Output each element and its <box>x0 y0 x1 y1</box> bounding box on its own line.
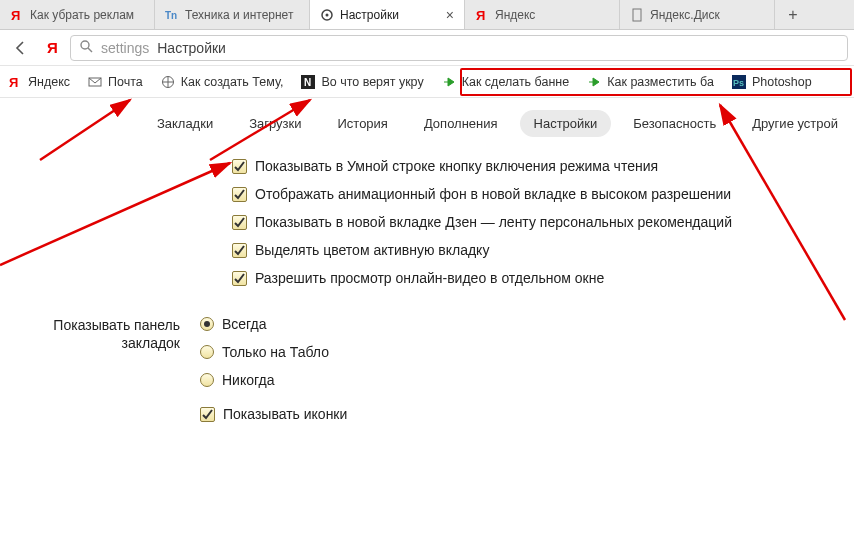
radio-icon[interactable] <box>200 345 214 359</box>
bookmark-photoshop[interactable]: Ps Photoshop <box>732 75 812 89</box>
nav-security[interactable]: Безопасность <box>619 110 730 137</box>
tabs-bar: Я Как убрать реклам Tn Техника и интерне… <box>0 0 854 30</box>
tn-icon: Tn <box>165 8 179 22</box>
bookmark-banner[interactable]: Как сделать банне <box>442 75 570 89</box>
ya-icon: Я <box>8 75 22 89</box>
bookmark-yandex[interactable]: Я Яндекс <box>8 75 70 89</box>
bookmark-label: Как создать Тему, <box>181 75 284 89</box>
bookmark-place[interactable]: Как разместить ба <box>587 75 714 89</box>
back-button[interactable] <box>6 33 36 63</box>
ya-icon: Я <box>475 8 489 22</box>
radio-icon[interactable] <box>200 317 214 331</box>
mail-icon <box>88 75 102 89</box>
bookmark-label: Во что верят укру <box>321 75 423 89</box>
tab-label: Яндекс.Диск <box>650 8 764 22</box>
tab-3[interactable]: Я Яндекс <box>465 0 620 29</box>
nav-settings[interactable]: Настройки <box>520 110 612 137</box>
doc-icon <box>630 8 644 22</box>
svg-text:Я: Я <box>476 8 485 22</box>
ya-icon: Я <box>10 8 24 22</box>
show-icons-option[interactable]: Показывать иконки <box>200 406 347 422</box>
bookmark-label: Как разместить ба <box>607 75 714 89</box>
bookmarks-bar: Я Яндекс Почта Как создать Тему, N Во чт… <box>0 66 854 98</box>
svg-point-7 <box>81 41 89 49</box>
checkbox-icon[interactable] <box>232 243 247 258</box>
svg-rect-5 <box>633 9 641 21</box>
tab-2[interactable]: Настройки × <box>310 0 465 29</box>
settings-content: Показывать в Умной строке кнопку включен… <box>0 148 854 422</box>
nav-history[interactable]: История <box>323 110 401 137</box>
new-tab-button[interactable]: + <box>775 0 811 29</box>
option-label: Показывать в новой вкладке Дзен — ленту … <box>255 214 732 230</box>
bookmark-n[interactable]: N Во что верят укру <box>301 75 423 89</box>
radio-tablo[interactable]: Только на Табло <box>200 344 347 360</box>
omnibox-keyword: settings <box>101 40 149 56</box>
bookmark-theme[interactable]: Как создать Тему, <box>161 75 284 89</box>
gear-icon <box>320 8 334 22</box>
radio-label: Только на Табло <box>222 344 329 360</box>
option-label: Разрешить просмотр онлайн-видео в отдель… <box>255 270 604 286</box>
section-title: Показывать панель закладок <box>0 316 200 422</box>
option-label: Выделять цветом активную вкладку <box>255 242 489 258</box>
nav-row: Я settings Настройки <box>0 30 854 66</box>
option-label: Показывать иконки <box>223 406 347 422</box>
bookmark-label: Почта <box>108 75 143 89</box>
ps-icon: Ps <box>732 75 746 89</box>
globe-icon <box>161 75 175 89</box>
tab-label: Настройки <box>340 8 436 22</box>
option-row[interactable]: Выделять цветом активную вкладку <box>232 242 854 258</box>
omnibox-title: Настройки <box>157 40 226 56</box>
tab-4[interactable]: Яндекс.Диск <box>620 0 775 29</box>
radio-label: Всегда <box>222 316 267 332</box>
tab-label: Как убрать реклам <box>30 8 144 22</box>
svg-text:Tn: Tn <box>165 10 177 21</box>
checkbox-icon[interactable] <box>232 159 247 174</box>
radio-always[interactable]: Всегда <box>200 316 347 332</box>
tab-0[interactable]: Я Как убрать реклам <box>0 0 155 29</box>
option-row[interactable]: Показывать в новой вкладке Дзен — ленту … <box>232 214 854 230</box>
svg-text:N: N <box>304 77 311 88</box>
nav-downloads[interactable]: Загрузки <box>235 110 315 137</box>
nav-bookmarks[interactable]: Закладки <box>143 110 227 137</box>
bookmark-label: Как сделать банне <box>462 75 570 89</box>
bookmark-mail[interactable]: Почта <box>88 75 143 89</box>
option-row[interactable]: Отображать анимационный фон в новой вкла… <box>232 186 854 202</box>
bookmarks-panel-section: Показывать панель закладок Всегда Только… <box>0 316 854 422</box>
checkbox-icon[interactable] <box>232 271 247 286</box>
bookmark-label: Яндекс <box>28 75 70 89</box>
svg-text:Я: Я <box>9 75 18 89</box>
checkbox-icon[interactable] <box>232 215 247 230</box>
tab-label: Техника и интернет <box>185 8 299 22</box>
settings-nav: Закладки Загрузки История Дополнения Нас… <box>0 98 854 148</box>
tab-label: Яндекс <box>495 8 609 22</box>
bookmark-label: Photoshop <box>752 75 812 89</box>
arrow-icon <box>442 75 456 89</box>
checkbox-icon[interactable] <box>200 407 215 422</box>
radio-icon[interactable] <box>200 373 214 387</box>
svg-text:Я: Я <box>11 8 20 22</box>
checkbox-icon[interactable] <box>232 187 247 202</box>
option-label: Показывать в Умной строке кнопку включен… <box>255 158 658 174</box>
option-label: Отображать анимационный фон в новой вкла… <box>255 186 731 202</box>
close-icon[interactable]: × <box>446 7 454 23</box>
home-button[interactable]: Я <box>38 33 68 63</box>
arrow-icon <box>587 75 601 89</box>
svg-point-3 <box>326 13 329 16</box>
nav-addons[interactable]: Дополнения <box>410 110 512 137</box>
svg-line-8 <box>88 48 92 52</box>
svg-text:Ps: Ps <box>733 78 744 88</box>
radio-label: Никогда <box>222 372 274 388</box>
omnibox[interactable]: settings Настройки <box>70 35 848 61</box>
n-icon: N <box>301 75 315 89</box>
svg-text:Я: Я <box>47 39 58 56</box>
radio-never[interactable]: Никогда <box>200 372 347 388</box>
search-icon <box>79 39 93 56</box>
option-row[interactable]: Показывать в Умной строке кнопку включен… <box>232 158 854 174</box>
tab-1[interactable]: Tn Техника и интернет <box>155 0 310 29</box>
option-row[interactable]: Разрешить просмотр онлайн-видео в отдель… <box>232 270 854 286</box>
nav-other[interactable]: Другие устрой <box>738 110 852 137</box>
